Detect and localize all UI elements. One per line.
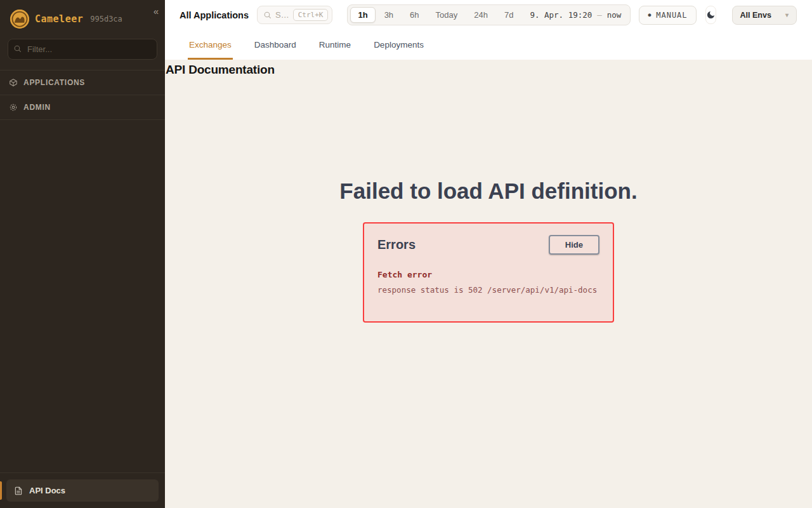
sidebar-nav: APPLICATIONS ADMIN	[0, 70, 165, 120]
time-to: now	[607, 10, 622, 20]
time-range-24h[interactable]: 24h	[466, 7, 495, 23]
content-area: API Documentation Failed to load API def…	[165, 60, 812, 508]
top-bar: All Applications S… Ctrl+K 1h 3h 6h Toda…	[165, 0, 812, 30]
page-context-title: All Applications	[180, 10, 249, 20]
brand-name: Cameleer	[35, 13, 83, 25]
tab-runtime[interactable]: Runtime	[319, 30, 351, 60]
tab-deployments[interactable]: Deployments	[374, 30, 424, 60]
theme-toggle-button[interactable]	[705, 6, 716, 24]
tab-dashboard[interactable]: Dashboard	[254, 30, 296, 60]
time-range-3h[interactable]: 3h	[377, 7, 401, 23]
time-window-display[interactable]: 9. Apr. 19:20 — now	[522, 10, 627, 20]
search-icon	[13, 44, 22, 55]
page-title: API Documentation	[165, 60, 812, 77]
sidebar-item-label: ADMIN	[23, 103, 51, 112]
chevron-down-icon: ▾	[785, 11, 789, 18]
time-range-7d[interactable]: 7d	[497, 7, 521, 23]
error-name: Fetch error	[377, 270, 599, 279]
moon-icon	[706, 10, 716, 20]
time-range-1h[interactable]: 1h	[350, 7, 375, 23]
time-range-6h[interactable]: 6h	[402, 7, 426, 23]
package-icon	[9, 78, 18, 87]
sidebar-item-api-docs[interactable]: API Docs	[6, 479, 159, 502]
sidebar-header: Cameleer 995d3ca «	[0, 0, 165, 37]
active-item-accent	[0, 481, 2, 500]
hide-errors-button[interactable]: Hide	[549, 235, 599, 255]
sidebar-item-label: API Docs	[29, 486, 65, 495]
build-hash: 995d3ca	[90, 15, 122, 23]
search-placeholder: S…	[275, 10, 289, 20]
brand-logo	[10, 10, 29, 29]
environment-selected-value: All Envs	[740, 11, 771, 20]
filter-input[interactable]	[8, 39, 157, 60]
error-message: response status is 502 /server/api/v1/ap…	[377, 285, 599, 295]
errors-panel-header: Errors Hide	[377, 235, 599, 255]
errors-heading: Errors	[377, 237, 416, 252]
swagger-fail-heading: Failed to load API definition.	[165, 178, 812, 204]
time-range-control: 1h 3h 6h Today 24h 7d 9. Apr. 19:20 — no…	[347, 4, 631, 25]
camel-logo-icon	[10, 10, 29, 29]
sidebar: Cameleer 995d3ca « APPLICATIONS	[0, 0, 165, 508]
time-from: 9. Apr. 19:20	[530, 10, 592, 20]
search-icon	[263, 11, 272, 19]
sidebar-filter	[8, 39, 157, 60]
tab-bar: Exchanges Dashboard Runtime Deployments	[165, 30, 812, 60]
environment-select[interactable]: All Envs ▾	[732, 6, 797, 25]
errors-panel: Errors Hide Fetch error response status …	[363, 222, 614, 323]
time-separator: —	[597, 10, 602, 20]
sidebar-collapse-icon[interactable]: «	[154, 6, 159, 16]
file-icon	[14, 486, 23, 495]
tab-exchanges[interactable]: Exchanges	[189, 30, 232, 60]
sidebar-bottom: API Docs	[0, 472, 165, 508]
search-shortcut-badge: Ctrl+K	[293, 9, 329, 21]
time-range-today[interactable]: Today	[428, 7, 466, 23]
global-search[interactable]: S… Ctrl+K	[257, 6, 332, 24]
manual-label: MANUAL	[656, 11, 687, 20]
manual-refresh-button[interactable]: ● MANUAL	[639, 6, 696, 25]
gear-icon	[9, 103, 18, 112]
sidebar-item-applications[interactable]: APPLICATIONS	[0, 70, 165, 95]
error-entry: Fetch error response status is 502 /serv…	[377, 270, 599, 295]
status-dot-icon: ●	[648, 13, 652, 18]
sidebar-item-admin[interactable]: ADMIN	[0, 95, 165, 120]
sidebar-item-label: APPLICATIONS	[23, 78, 85, 87]
main-column: All Applications S… Ctrl+K 1h 3h 6h Toda…	[165, 0, 812, 508]
